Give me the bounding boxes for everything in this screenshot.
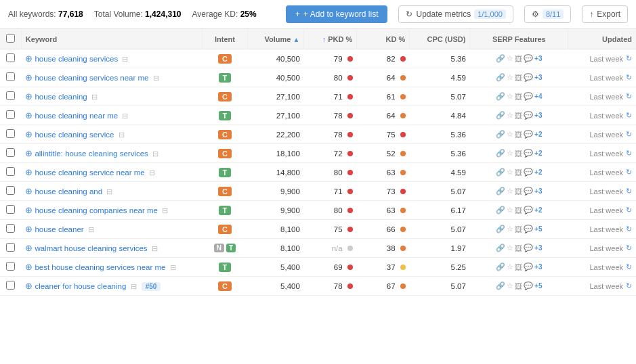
col-header-serp[interactable]: SERP Features bbox=[470, 29, 568, 49]
col-header-pkd[interactable]: ↑ PKD % bbox=[304, 29, 357, 49]
add-keyword-icon[interactable]: ⊕ bbox=[25, 281, 33, 291]
serp-star-icon[interactable]: ☆ bbox=[507, 149, 513, 158]
copy-icon[interactable]: ⊟ bbox=[152, 244, 158, 252]
keyword-link[interactable]: house cleaning services near me bbox=[35, 74, 148, 82]
serp-image-icon[interactable]: 🖼 bbox=[515, 55, 522, 63]
serp-star-icon[interactable]: ☆ bbox=[507, 54, 513, 63]
serp-comment-icon[interactable]: 💬 bbox=[524, 73, 533, 82]
add-keyword-icon[interactable]: ⊕ bbox=[25, 224, 33, 234]
keyword-link[interactable]: best house cleaning services near me bbox=[35, 263, 165, 271]
serp-image-icon[interactable]: 🖼 bbox=[515, 74, 522, 82]
refresh-icon[interactable]: ↻ bbox=[626, 130, 632, 139]
update-metrics-button[interactable]: ↻ Update metrics 1/1,000 bbox=[398, 5, 513, 23]
serp-comment-icon[interactable]: 💬 bbox=[524, 187, 533, 196]
serp-comment-icon[interactable]: 💬 bbox=[524, 263, 533, 271]
add-keyword-icon[interactable]: ⊕ bbox=[25, 110, 33, 120]
refresh-icon[interactable]: ↻ bbox=[626, 281, 632, 290]
serp-star-icon[interactable]: ☆ bbox=[507, 168, 513, 177]
add-keyword-icon[interactable]: ⊕ bbox=[25, 72, 33, 83]
serp-image-icon[interactable]: 🖼 bbox=[515, 150, 522, 158]
col-header-volume[interactable]: Volume ▲ bbox=[247, 29, 304, 49]
refresh-icon[interactable]: ↻ bbox=[626, 263, 632, 271]
add-keyword-icon[interactable]: ⊕ bbox=[25, 167, 33, 177]
serp-link-icon[interactable]: 🔗 bbox=[496, 168, 505, 177]
serp-link-icon[interactable]: 🔗 bbox=[496, 111, 505, 120]
refresh-icon[interactable]: ↻ bbox=[626, 187, 632, 196]
serp-image-icon[interactable]: 🖼 bbox=[515, 244, 522, 252]
serp-image-icon[interactable]: 🖼 bbox=[515, 187, 522, 196]
serp-image-icon[interactable]: 🖼 bbox=[515, 131, 522, 139]
keyword-link[interactable]: house cleaning bbox=[35, 93, 87, 101]
select-all-checkbox[interactable] bbox=[6, 34, 15, 43]
keyword-link[interactable]: house cleaning service bbox=[35, 131, 114, 139]
serp-comment-icon[interactable]: 💬 bbox=[524, 244, 533, 252]
row-checkbox[interactable] bbox=[6, 167, 15, 176]
add-keyword-icon[interactable]: ⊕ bbox=[25, 205, 33, 215]
serp-image-icon[interactable]: 🖼 bbox=[515, 282, 522, 290]
serp-star-icon[interactable]: ☆ bbox=[507, 73, 513, 82]
serp-comment-icon[interactable]: 💬 bbox=[524, 281, 533, 290]
keyword-link[interactable]: cleaner for house cleaning bbox=[35, 282, 126, 290]
copy-icon[interactable]: ⊟ bbox=[122, 112, 128, 120]
row-checkbox[interactable] bbox=[6, 129, 15, 138]
add-keyword-icon[interactable]: ⊕ bbox=[25, 262, 33, 272]
serp-image-icon[interactable]: 🖼 bbox=[515, 206, 522, 214]
add-keyword-icon[interactable]: ⊕ bbox=[25, 91, 33, 101]
col-header-cpc[interactable]: CPC (USD) bbox=[410, 29, 470, 49]
keyword-link[interactable]: house cleaning service near me bbox=[35, 168, 144, 177]
keyword-link[interactable]: house cleaning companies near me bbox=[35, 206, 158, 214]
row-checkbox[interactable] bbox=[6, 186, 15, 195]
serp-comment-icon[interactable]: 💬 bbox=[524, 54, 533, 63]
serp-image-icon[interactable]: 🖼 bbox=[515, 168, 522, 177]
copy-icon[interactable]: ⊟ bbox=[106, 187, 112, 196]
keyword-link[interactable]: house cleaning near me bbox=[35, 112, 118, 120]
serp-comment-icon[interactable]: 💬 bbox=[524, 206, 533, 214]
row-checkbox[interactable] bbox=[6, 72, 15, 81]
copy-icon[interactable]: ⊟ bbox=[162, 206, 168, 214]
copy-icon[interactable]: ⊟ bbox=[119, 131, 125, 139]
row-checkbox[interactable] bbox=[6, 148, 15, 157]
copy-icon[interactable]: ⊟ bbox=[149, 168, 155, 177]
refresh-icon[interactable]: ↻ bbox=[626, 225, 632, 233]
serp-star-icon[interactable]: ☆ bbox=[507, 206, 513, 214]
row-checkbox[interactable] bbox=[6, 53, 15, 62]
keyword-link[interactable]: house cleaner bbox=[35, 225, 83, 233]
settings-button[interactable]: ⚙ 8/11 bbox=[524, 5, 571, 23]
add-to-list-button[interactable]: + + Add to keyword list bbox=[286, 5, 387, 23]
refresh-icon[interactable]: ↻ bbox=[626, 244, 632, 252]
serp-link-icon[interactable]: 🔗 bbox=[496, 54, 505, 63]
serp-star-icon[interactable]: ☆ bbox=[507, 263, 513, 271]
copy-icon[interactable]: ⊟ bbox=[153, 74, 159, 82]
refresh-icon[interactable]: ↻ bbox=[626, 168, 632, 177]
row-checkbox[interactable] bbox=[6, 281, 15, 290]
serp-link-icon[interactable]: 🔗 bbox=[496, 206, 505, 214]
serp-star-icon[interactable]: ☆ bbox=[507, 187, 513, 196]
row-checkbox[interactable] bbox=[6, 224, 15, 233]
serp-star-icon[interactable]: ☆ bbox=[507, 281, 513, 290]
col-header-keyword[interactable]: Keyword bbox=[21, 29, 202, 49]
add-keyword-icon[interactable]: ⊕ bbox=[25, 129, 33, 139]
serp-image-icon[interactable]: 🖼 bbox=[515, 93, 522, 101]
serp-image-icon[interactable]: 🖼 bbox=[515, 225, 522, 233]
serp-link-icon[interactable]: 🔗 bbox=[496, 281, 505, 290]
add-keyword-icon[interactable]: ⊕ bbox=[25, 53, 33, 64]
keyword-link[interactable]: house cleaning services bbox=[35, 55, 118, 63]
serp-comment-icon[interactable]: 💬 bbox=[524, 92, 533, 101]
serp-star-icon[interactable]: ☆ bbox=[507, 92, 513, 101]
copy-icon[interactable]: ⊟ bbox=[152, 150, 158, 158]
copy-icon[interactable]: ⊟ bbox=[88, 225, 94, 233]
keyword-link[interactable]: allintitle: house cleaning services bbox=[35, 150, 148, 158]
copy-icon[interactable]: ⊟ bbox=[122, 55, 128, 63]
refresh-icon[interactable]: ↻ bbox=[626, 73, 632, 82]
serp-image-icon[interactable]: 🖼 bbox=[515, 112, 522, 120]
serp-link-icon[interactable]: 🔗 bbox=[496, 187, 505, 196]
serp-link-icon[interactable]: 🔗 bbox=[496, 92, 505, 101]
serp-star-icon[interactable]: ☆ bbox=[507, 130, 513, 139]
serp-link-icon[interactable]: 🔗 bbox=[496, 130, 505, 139]
add-keyword-icon[interactable]: ⊕ bbox=[25, 186, 33, 196]
serp-star-icon[interactable]: ☆ bbox=[507, 244, 513, 252]
refresh-icon[interactable]: ↻ bbox=[626, 149, 632, 158]
serp-link-icon[interactable]: 🔗 bbox=[496, 73, 505, 82]
serp-star-icon[interactable]: ☆ bbox=[507, 225, 513, 233]
row-checkbox[interactable] bbox=[6, 110, 15, 119]
